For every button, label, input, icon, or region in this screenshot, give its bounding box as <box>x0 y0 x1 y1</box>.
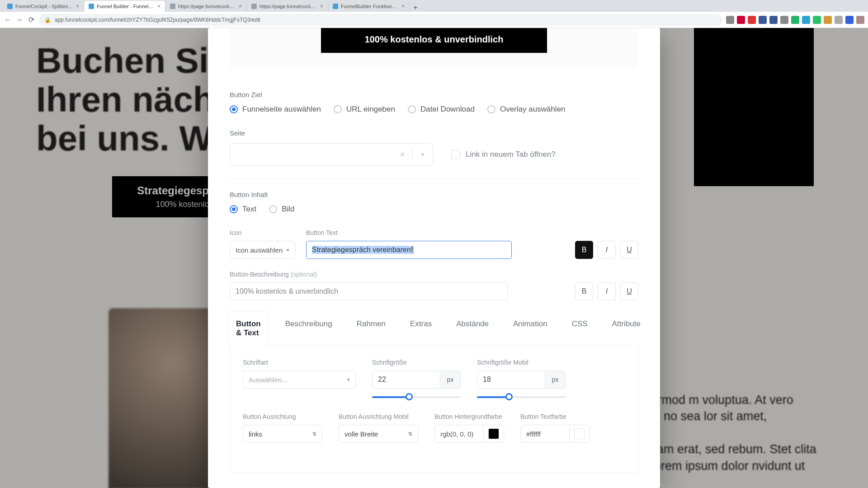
extension-icon[interactable] <box>769 16 778 24</box>
seite-select[interactable]: × ▾ <box>230 143 433 166</box>
extension-icon[interactable] <box>780 16 788 24</box>
schriftgroesse-mobil-slider[interactable] <box>477 393 566 401</box>
browser-tabbar: FunnelCockpit - Splittests, Ma× Funnel B… <box>0 0 868 12</box>
unit-label: px <box>440 371 461 389</box>
extension-icon[interactable] <box>726 16 734 24</box>
button-preview: 100% kostenlos & unverbindlich <box>230 28 638 68</box>
browser-tab[interactable]: https://page.funnelcockpit.co× <box>247 1 328 12</box>
icon-select[interactable]: Icon auswählen▾ <box>230 241 295 259</box>
tab-button-text[interactable]: Button & Text <box>232 312 264 345</box>
extension-icon[interactable] <box>791 16 799 24</box>
tab-favicon <box>170 4 175 9</box>
sort-icon: ⇅ <box>408 431 412 437</box>
label-textfarbe: Button Textfarbe <box>520 413 590 420</box>
hintergrundfarbe-input[interactable]: rgb(0, 0, 0) <box>434 425 483 443</box>
italic-button[interactable]: I <box>598 282 616 300</box>
label-button-inhalt: Button Inhalt <box>230 191 638 198</box>
tab-css[interactable]: CSS <box>568 312 591 345</box>
tab-panel-button-text: Schriftart Auswählen... ▾ Schriftgröße 2… <box>230 345 638 473</box>
extension-icon[interactable] <box>845 16 854 24</box>
checkbox-new-tab[interactable] <box>451 150 460 159</box>
tab-attribute[interactable]: Attribute <box>609 312 644 345</box>
tab-favicon <box>333 4 338 9</box>
chevron-down-icon[interactable]: ▾ <box>413 151 433 158</box>
label-ausrichtung: Button Ausrichtung <box>243 413 322 420</box>
radio-group-button-inhalt: Text Bild <box>230 205 638 214</box>
tab-extras[interactable]: Extras <box>406 312 435 345</box>
label-new-tab: Link in neuem Tab öffnen? <box>466 150 556 159</box>
radio-inhalt-bild[interactable]: Bild <box>269 205 294 214</box>
label-schriftgroesse-mobil: Schriftgröße Mobil <box>477 359 566 366</box>
extension-icon[interactable] <box>813 16 821 24</box>
sort-icon: ⇅ <box>312 431 316 437</box>
unit-label: px <box>545 371 566 389</box>
extension-icon[interactable] <box>737 16 745 24</box>
forward-icon[interactable]: → <box>15 16 24 24</box>
radio-datei-download[interactable]: Datei Download <box>408 105 475 114</box>
chevron-down-icon: ▾ <box>287 247 289 253</box>
radio-url-eingeben[interactable]: URL eingeben <box>334 105 395 114</box>
italic-button[interactable]: I <box>598 241 616 259</box>
extension-icon[interactable] <box>759 16 767 24</box>
extension-icon[interactable] <box>835 16 843 24</box>
label-ausrichtung-mobil: Button Ausrichtung Mobil <box>339 413 418 420</box>
radio-group-button-ziel: Funnelseite auswählen URL eingeben Datei… <box>230 105 638 114</box>
ausrichtung-select[interactable]: links⇅ <box>243 425 322 443</box>
tab-beschreibung[interactable]: Beschreibung <box>282 312 336 345</box>
close-icon[interactable]: × <box>320 3 323 9</box>
browser-tab[interactable]: FunnelBuilder Funktionen & El× <box>328 1 410 12</box>
schriftgroesse-slider[interactable] <box>372 393 461 401</box>
label-button-text: Button Text <box>306 229 512 236</box>
schriftgroesse-mobil-input[interactable]: 18 <box>477 371 545 389</box>
label-schriftart: Schriftart <box>243 359 356 366</box>
extension-icon[interactable] <box>748 16 756 24</box>
label-icon: Icon <box>230 229 295 236</box>
textfarbe-input[interactable]: #ffffff <box>520 425 569 443</box>
browser-tab[interactable]: FunnelCockpit - Splittests, Ma× <box>3 1 84 12</box>
underline-button[interactable]: U <box>620 241 638 259</box>
underline-button[interactable]: U <box>620 282 638 300</box>
tab-rahmen[interactable]: Rahmen <box>353 312 389 345</box>
extensions-row <box>726 16 864 24</box>
close-icon[interactable]: × <box>157 3 160 9</box>
back-icon[interactable]: ← <box>4 16 12 24</box>
radio-overlay[interactable]: Overlay auswählen <box>487 105 566 114</box>
extension-icon[interactable] <box>856 16 864 24</box>
ausrichtung-mobil-select[interactable]: volle Breite⇅ <box>339 425 418 443</box>
hintergrundfarbe-swatch[interactable] <box>483 425 504 443</box>
close-icon[interactable]: × <box>401 3 405 9</box>
radio-inhalt-text[interactable]: Text <box>230 205 256 214</box>
close-icon[interactable]: × <box>239 3 242 9</box>
tab-animation[interactable]: Animation <box>509 312 551 345</box>
button-beschreibung-input[interactable]: 100% kostenlos & unverbindlich <box>230 282 508 300</box>
tab-favicon <box>89 4 94 9</box>
extension-icon[interactable] <box>824 16 832 24</box>
page-canvas: Buchen SiIhren nächbei uns. W Strategieg… <box>0 28 868 488</box>
schriftart-select[interactable]: Auswählen... ▾ <box>243 371 356 389</box>
close-icon[interactable]: × <box>76 3 79 9</box>
label-seite: Seite <box>230 129 638 137</box>
bold-button[interactable]: B <box>575 282 593 300</box>
reload-icon[interactable]: ⟳ <box>27 16 35 24</box>
url-text: app.funnelcockpit.com/funnel/zhYZY7bGzgo… <box>55 17 260 23</box>
textfarbe-swatch[interactable] <box>569 425 590 443</box>
address-bar[interactable]: 🔒 app.funnelcockpit.com/funnel/zhYZY7bGz… <box>39 14 722 26</box>
chevron-down-icon: ▾ <box>347 377 350 383</box>
browser-toolbar: ← → ⟳ 🔒 app.funnelcockpit.com/funnel/zhY… <box>0 12 868 28</box>
button-text-input[interactable]: Strategiegespräch vereinbaren! <box>306 241 512 259</box>
button-settings-panel: 100% kostenlos & unverbindlich Button Zi… <box>208 28 660 488</box>
new-tab-button[interactable]: + <box>410 4 421 12</box>
radio-funnelseite[interactable]: Funnelseite auswählen <box>230 105 321 114</box>
label-hintergrundfarbe: Button Hintergrundfarbe <box>434 413 504 420</box>
browser-tab[interactable]: Funnel Builder - FunnelCockpit× <box>84 1 165 12</box>
bold-button[interactable]: B <box>575 241 593 259</box>
tab-abstaende[interactable]: Abstände <box>453 312 492 345</box>
clear-icon[interactable]: × <box>392 150 412 160</box>
schriftgroesse-input[interactable]: 22 <box>372 371 440 389</box>
lock-icon: 🔒 <box>44 17 51 23</box>
label-schriftgroesse: Schriftgröße <box>372 359 461 366</box>
tab-favicon <box>251 4 257 9</box>
label-button-ziel: Button Ziel <box>230 91 638 99</box>
extension-icon[interactable] <box>802 16 810 24</box>
browser-tab[interactable]: https://page.funnelcockpit.co× <box>165 1 247 12</box>
